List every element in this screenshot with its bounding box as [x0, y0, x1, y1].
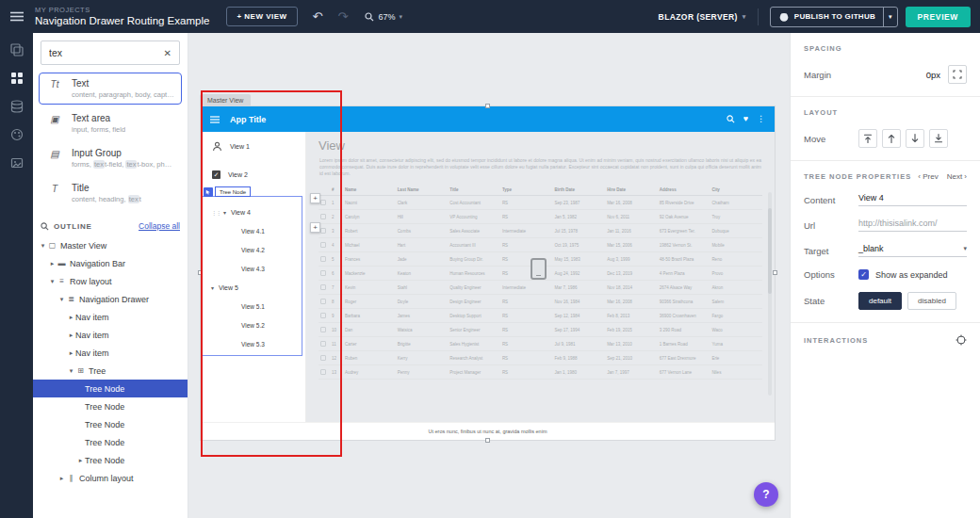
favorite-icon[interactable]: ♥	[743, 115, 748, 123]
resize-handle-top[interactable]	[485, 104, 490, 108]
tree-expander-icon[interactable]: ▸	[67, 349, 75, 357]
outline-row[interactable]: ▾ ⊞ Tree	[33, 362, 188, 380]
tree-expander-icon[interactable]: ▾	[223, 209, 231, 216]
canvas-tree-node[interactable]: ⋮⋮ View 4.2	[202, 240, 302, 259]
resize-handle-right[interactable]	[773, 270, 777, 275]
canvas-tree-node[interactable]: ⋮⋮ View 5.1	[202, 297, 302, 316]
prev-node-button[interactable]: ‹ Prev	[918, 172, 938, 181]
collapse-all-link[interactable]: Collapse all	[139, 221, 180, 231]
outline-row[interactable]: ▸ ▬ Navigation Bar	[33, 254, 188, 272]
outline-row[interactable]: ▾ ≡ Row layout	[33, 272, 188, 290]
tree-expander-icon[interactable]: ▸	[67, 314, 75, 321]
undo-icon[interactable]: ↶	[313, 9, 323, 24]
checkbox-icon: ✓	[212, 170, 220, 179]
navigation-drawer[interactable]: View 1 ✓ View 2 Tree Node ⋮⋮	[201, 132, 306, 422]
tree-expander-icon[interactable]: ▸	[48, 260, 57, 267]
tree-expander-icon[interactable]: ▾	[57, 296, 66, 303]
tree-expander-icon[interactable]: ▸	[76, 457, 85, 464]
platform-select[interactable]: BLAZOR (SERVER) ▾	[659, 12, 746, 22]
outline-search-icon[interactable]	[41, 222, 49, 231]
canvas-tree-node[interactable]: ⋮⋮ ▾ View 4	[202, 202, 302, 221]
expanded-checkbox[interactable]: ✓	[858, 269, 869, 280]
outline-row[interactable]: Tree Node	[33, 433, 188, 451]
components-icon[interactable]	[9, 71, 24, 86]
more-options-icon[interactable]: ⋮	[757, 115, 765, 123]
search-input[interactable]	[49, 47, 158, 58]
move-up-button[interactable]	[882, 129, 901, 148]
move-down-button[interactable]	[906, 129, 924, 148]
redo-icon[interactable]: ↷	[338, 9, 349, 24]
search-result-item[interactable]: T Title content, heading, text	[39, 177, 182, 209]
tree-expander-icon[interactable]: ▾	[211, 284, 219, 291]
canvas-tree-node[interactable]: ⋮⋮ View 5.2	[202, 316, 302, 334]
content-scrollbar[interactable]	[768, 192, 772, 396]
search-result-item[interactable]: ▣ Text area input, forms, field	[39, 107, 182, 139]
menu-icon[interactable]	[0, 11, 33, 22]
preview-button[interactable]: PREVIEW	[906, 7, 971, 27]
outline-row[interactable]: Tree Node	[33, 397, 188, 415]
outline-row[interactable]: ▾ ▢ Master View	[33, 236, 188, 254]
url-field[interactable]: http://thisisalink.com/	[858, 219, 967, 232]
artboard[interactable]: Master View App Title ♥ ⋮ View 1	[201, 106, 775, 440]
outline-row[interactable]: Tree Node	[33, 415, 188, 433]
resize-handle-bottom[interactable]	[485, 438, 490, 443]
margin-value[interactable]: 0px	[926, 70, 940, 80]
component-search[interactable]: ✕	[41, 40, 180, 65]
state-disabled-button[interactable]: disabled	[907, 292, 956, 310]
tree-expander-icon[interactable]: ▾	[39, 242, 47, 250]
artboard-tab[interactable]: Master View	[200, 94, 251, 106]
publish-dropdown-chevron-icon[interactable]: ▾	[883, 8, 897, 26]
app-menu-icon[interactable]	[210, 116, 220, 123]
content-field[interactable]: View 4	[858, 193, 967, 206]
breadcrumb[interactable]: MY PROJECTS	[35, 6, 209, 14]
zoom-control[interactable]: 67% ▾	[365, 12, 402, 22]
app-search-icon[interactable]	[727, 115, 735, 123]
drag-cursor-icon	[204, 187, 213, 197]
tree-expander-icon[interactable]: ▾	[67, 367, 75, 375]
result-subtitle: content, paragraph, body, caption,...	[72, 90, 175, 99]
expand-margins-button[interactable]	[948, 65, 967, 84]
theme-icon[interactable]	[9, 127, 24, 142]
target-select[interactable]: _blank ▾	[858, 244, 967, 257]
search-result-item[interactable]: ▤ Input Group forms, text-field, text-bo…	[39, 142, 182, 174]
next-node-button[interactable]: Next ›	[947, 172, 967, 181]
tree-expander-icon[interactable]: ▾	[48, 278, 57, 285]
data-icon[interactable]	[9, 99, 24, 114]
help-button[interactable]: ?	[754, 482, 778, 507]
clear-search-icon[interactable]: ✕	[164, 48, 172, 58]
app-navbar[interactable]: App Title ♥ ⋮	[201, 106, 775, 132]
tree-expander-icon[interactable]: ▸	[57, 475, 66, 482]
outline-row[interactable]: ▸ ∥ Column layout	[33, 469, 188, 487]
design-canvas[interactable]: Master View App Title ♥ ⋮ View 1	[188, 33, 790, 518]
drag-handle-icon[interactable]: ⋮⋮	[211, 209, 220, 216]
state-default-button[interactable]: default	[858, 292, 902, 310]
outline-row[interactable]: ▸ Nav item	[33, 326, 188, 344]
scrollbar-thumb[interactable]	[768, 208, 772, 294]
new-view-button[interactable]: + NEW VIEW	[226, 7, 297, 26]
outline-row[interactable]: ▸ Tree Node	[33, 451, 188, 469]
canvas-tree-node[interactable]: ⋮⋮ ▾ View 5	[202, 278, 302, 297]
tree-expander-icon[interactable]: ▸	[67, 332, 75, 339]
move-to-bottom-button[interactable]	[929, 129, 948, 148]
search-result-item[interactable]: Tt Text content, paragraph, body, captio…	[39, 73, 182, 105]
canvas-tree-node[interactable]: ⋮⋮ View 4.3	[202, 259, 302, 278]
pages-icon[interactable]	[9, 42, 24, 57]
outline-row[interactable]: Tree Node	[33, 380, 188, 397]
outline-row[interactable]: ▸ Nav item	[33, 344, 188, 362]
add-node-button[interactable]: +	[310, 193, 320, 203]
add-node-button[interactable]: +	[310, 222, 320, 233]
add-interaction-icon[interactable]	[956, 334, 967, 346]
nav-item-view2[interactable]: ✓ View 2	[201, 160, 305, 188]
topbar: MY PROJECTS Navigation Drawer Routing Ex…	[0, 0, 980, 33]
publish-button[interactable]: PUBLISH TO GITHUB ▾	[770, 7, 898, 27]
canvas-tree-node[interactable]: ⋮⋮ View 4.1	[202, 221, 302, 240]
move-to-top-button[interactable]	[858, 129, 877, 148]
publish-label: PUBLISH TO GITHUB	[794, 12, 875, 21]
canvas-tree[interactable]: ⋮⋮ ▾ View 4 ⋮⋮ View 4.1 ⋮⋮ View 4.2	[201, 196, 302, 356]
assets-icon[interactable]	[9, 155, 24, 170]
outline-row[interactable]: ▾ ≣ Navigation Drawer	[33, 290, 188, 308]
nav-item-view1[interactable]: View 1	[201, 132, 305, 160]
resize-handle-left[interactable]	[198, 270, 203, 275]
canvas-tree-node[interactable]: ⋮⋮ View 5.3	[202, 334, 302, 353]
outline-row[interactable]: ▸ Nav item	[33, 308, 188, 326]
